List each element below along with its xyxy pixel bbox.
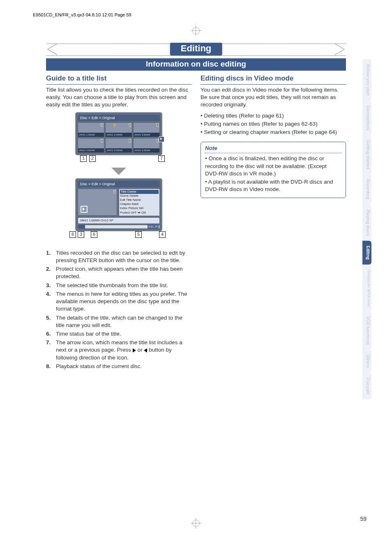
chapter-banner: Editing — [46, 42, 346, 57]
osd-title-list: Disc > Edit > Original 1JAN/1 1:00AM 🔒2J… — [75, 112, 162, 155]
list-item: Titles recorded on the disc can be selec… — [56, 249, 191, 264]
left-intro: Title list allows you to check the title… — [46, 86, 191, 109]
list-num: 6. — [46, 330, 56, 338]
list-item: Playback status of the current disc. — [56, 363, 191, 370]
osd-menu-item: Index Picture Set — [120, 206, 159, 210]
note-item: • A playlist is not available with the D… — [205, 178, 341, 193]
list-num: 8. — [46, 363, 56, 370]
tab-recording[interactable]: Recording — [362, 174, 371, 204]
tab-changing-setup[interactable]: Changing the SETUP menu — [362, 265, 371, 312]
left-column: Guide to a title list Title list allows … — [46, 74, 191, 371]
thumb-4: 4JAN/1 4:00AM — [78, 138, 104, 153]
list-item: Protect icon, which appears when the tit… — [56, 265, 191, 280]
thumb-5: 5JAN/1 5:00AM — [105, 138, 132, 153]
list-num: 3. — [46, 282, 56, 289]
tab-connections[interactable]: Connections — [362, 101, 371, 136]
callout-1: 1 — [80, 155, 87, 162]
list-item: The details of the title, which can be c… — [56, 314, 191, 329]
note-title: Note — [205, 145, 341, 153]
callout-6: 6 — [91, 231, 97, 238]
callouts-bottom: 8 3 6 5 4 — [65, 231, 172, 240]
left-heading: Guide to a title list — [46, 74, 191, 85]
thumb-1: 1JAN/1 1:00AM — [78, 122, 104, 137]
right-bullets: • Deleting titles (Refer to page 61) • P… — [201, 112, 346, 136]
osd-menu-item: Title Delete — [120, 190, 159, 194]
list-item: Time status bar of the title. — [56, 330, 191, 338]
section-title: Information on disc editing — [46, 58, 346, 71]
tab-others[interactable]: Others — [362, 350, 371, 373]
right-triangle-icon — [133, 348, 136, 352]
list-item: The menus in here for editing titles as … — [56, 290, 191, 313]
guide-list: 1.Titles recorded on the disc can be sel… — [46, 249, 191, 370]
callout-5: 5 — [135, 231, 142, 238]
tab-francais[interactable]: Français — [362, 373, 371, 399]
side-tabs: Before you start Connections Getting sta… — [362, 59, 371, 399]
list-num: 7. — [46, 339, 56, 362]
bullet-item: • Putting names on titles (Refer to page… — [201, 120, 346, 128]
callout-2: 2 — [89, 155, 96, 162]
bullet-item: • Deleting titles (Refer to page 61) — [201, 112, 346, 120]
thumb-6: 6JAN/1 6:00AM — [133, 138, 160, 153]
crop-mark-bottom — [191, 518, 201, 530]
next-page-arrow-icon — [159, 136, 164, 142]
note-item: • Once a disc is finalized, then editing… — [205, 155, 341, 177]
osd-menu-item: Edit Title Name — [120, 198, 159, 202]
lock-icon: 🔒 — [113, 123, 117, 128]
callout-7: 7 — [158, 155, 165, 162]
osd-menu-list: Title Delete Scene Delete Edit Title Nam… — [119, 189, 160, 216]
tab-before-you-start[interactable]: Before you start — [362, 59, 371, 101]
list-num: 1. — [46, 249, 56, 264]
osd-title-info: JAN/1 1:00AM CH12 XP — [78, 217, 160, 224]
tab-getting-started[interactable]: Getting started — [362, 135, 371, 174]
title-list-diagram: Disc > Edit > Original 1JAN/1 1:00AM 🔒2J… — [65, 112, 172, 240]
down-arrow-icon — [111, 168, 126, 175]
tab-vcr-functions[interactable]: VCR functions — [362, 311, 371, 350]
callouts-top: 1 2 7 — [65, 155, 172, 164]
callout-8: 8 — [69, 231, 76, 238]
right-heading: Editing discs in Video mode — [201, 74, 346, 85]
osd-breadcrumb-2: Disc > Edit > Original — [78, 181, 160, 187]
crop-mark-top — [191, 25, 201, 38]
page-content: Editing Information on disc editing Guid… — [46, 42, 346, 371]
osd-edit-menu: Disc > Edit > Original 1 Title Delete Sc… — [75, 178, 162, 231]
list-item-7: The arrow icon, which means the title li… — [56, 339, 191, 362]
list-num: 5. — [46, 314, 56, 329]
osd-menu-item: Chapter Mark — [120, 202, 159, 206]
page-number: 59 — [360, 516, 367, 522]
list-num: 2. — [46, 265, 56, 280]
list-item: The selected title thumbnails from the t… — [56, 282, 191, 289]
thumb-3: 3JAN/1 3:00AM — [133, 122, 160, 137]
note-box: Note • Once a disc is finalized, then ed… — [201, 142, 346, 198]
print-header: E9501CD_EN/FR_v3.qx3 04.8.10 12:01 Page … — [33, 12, 131, 17]
bullet-item: • Setting or clearing chapter markers (R… — [201, 129, 346, 136]
osd-time-bar: 0:01:25 — [78, 225, 160, 229]
osd-menu-item: Scene Delete — [120, 194, 159, 198]
play-status-icon — [81, 206, 88, 213]
list7-text: or — [136, 347, 144, 353]
osd-time-value: 0:01:25 — [148, 225, 159, 228]
osd-preview: 1 — [78, 189, 117, 216]
chapter-title: Editing — [170, 43, 222, 55]
callout-4: 4 — [159, 231, 166, 238]
osd-menu-item: Protect OFF ➡ ON — [120, 211, 159, 215]
list-num: 4. — [46, 290, 56, 313]
tab-editing[interactable]: Editing — [362, 241, 371, 265]
osd-breadcrumb: Disc > Edit > Original — [78, 115, 160, 121]
tab-playing-discs[interactable]: Playing discs — [362, 205, 371, 241]
thumb-2: 🔒2JAN/1 2:00AM — [105, 122, 132, 137]
callout-3: 3 — [78, 231, 84, 238]
right-intro: You can edit discs in Video mode for the… — [201, 86, 346, 109]
right-column: Editing discs in Video mode You can edit… — [201, 74, 346, 371]
